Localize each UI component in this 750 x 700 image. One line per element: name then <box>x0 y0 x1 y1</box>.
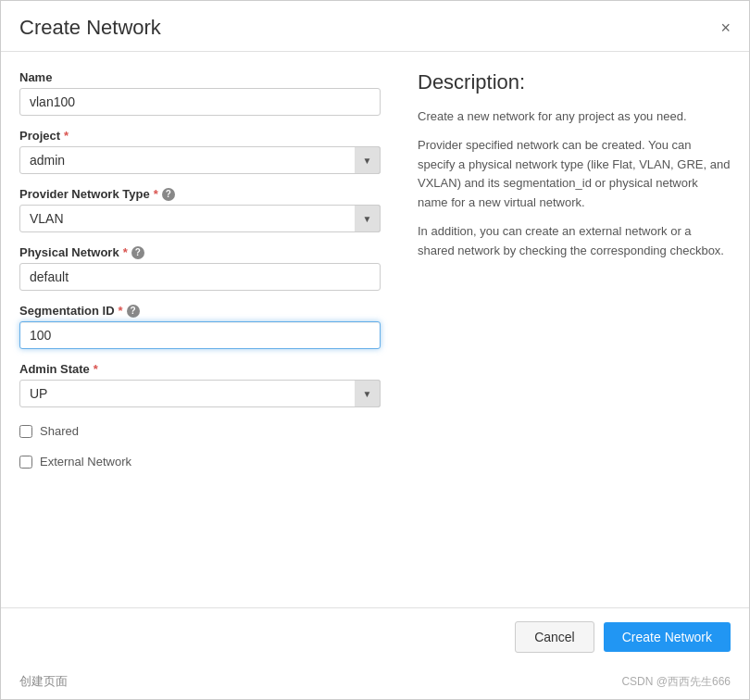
description-paragraph3: In addition, you can create an external … <box>418 222 731 261</box>
external-network-checkbox-group: External Network <box>19 455 381 469</box>
segmentation-id-field-group: Segmentation ID * ? <box>19 304 381 349</box>
provider-help-icon[interactable]: ? <box>162 188 175 201</box>
project-select[interactable]: admin demo <box>19 146 381 174</box>
physical-help-icon[interactable]: ? <box>131 246 144 259</box>
name-label: Name <box>19 70 381 84</box>
footer-caption: 创建页面 <box>19 673 68 690</box>
segmentation-help-icon[interactable]: ? <box>127 305 140 318</box>
create-network-dialog: Create Network × Name Project * admin de <box>0 0 750 700</box>
external-network-label[interactable]: External Network <box>40 455 131 469</box>
admin-state-select[interactable]: UP DOWN <box>19 380 381 407</box>
dialog-footer: Cancel Create Network <box>1 607 749 666</box>
shared-label[interactable]: Shared <box>40 424 79 438</box>
provider-network-type-field-group: Provider Network Type * ? VLAN Flat GRE … <box>19 187 381 232</box>
physical-network-input[interactable] <box>19 263 381 291</box>
name-field-group: Name <box>19 70 381 116</box>
left-panel: Name Project * admin demo <box>19 70 381 589</box>
name-input[interactable] <box>19 88 381 116</box>
project-field-group: Project * admin demo <box>19 129 381 174</box>
provider-network-type-select-wrapper: VLAN Flat GRE VXLAN <box>19 205 381 232</box>
shared-checkbox[interactable] <box>19 425 32 438</box>
right-panel: Description: Create a new network for an… <box>408 70 731 589</box>
create-network-button[interactable]: Create Network <box>604 622 731 652</box>
admin-state-field-group: Admin State * UP DOWN <box>19 362 381 407</box>
description-title: Description: <box>418 70 731 94</box>
physical-network-label: Physical Network * ? <box>19 245 381 259</box>
segmentation-id-label: Segmentation ID * ? <box>19 304 381 318</box>
physical-network-field-group: Physical Network * ? <box>19 245 381 291</box>
external-network-checkbox[interactable] <box>19 456 32 469</box>
dialog-body: Name Project * admin demo <box>1 52 749 607</box>
segmentation-id-input[interactable] <box>19 321 381 349</box>
close-button[interactable]: × <box>720 19 731 36</box>
segmentation-required: * <box>119 304 123 318</box>
dialog-header: Create Network × <box>1 1 749 52</box>
provider-network-type-select[interactable]: VLAN Flat GRE VXLAN <box>19 205 381 232</box>
physical-required: * <box>123 245 128 259</box>
dialog-title: Create Network <box>19 16 161 40</box>
project-select-wrapper: admin demo <box>19 146 381 174</box>
description-paragraph1: Create a new network for any project as … <box>418 107 731 127</box>
provider-network-type-label: Provider Network Type * ? <box>19 187 381 201</box>
admin-state-required: * <box>94 362 98 376</box>
project-required: * <box>64 129 69 143</box>
project-label: Project * <box>19 129 381 143</box>
shared-checkbox-group: Shared <box>19 424 381 438</box>
footer-watermark: CSDN @西西先生666 <box>621 674 731 690</box>
footer-bottom: 创建页面 CSDN @西西先生666 <box>1 666 749 699</box>
provider-required: * <box>154 187 158 201</box>
description-paragraph2: Provider specified network can be create… <box>418 136 731 213</box>
cancel-button[interactable]: Cancel <box>515 621 594 653</box>
admin-state-label: Admin State * <box>19 362 381 376</box>
admin-state-select-wrapper: UP DOWN <box>19 380 381 407</box>
footer-buttons: Cancel Create Network <box>515 621 731 653</box>
